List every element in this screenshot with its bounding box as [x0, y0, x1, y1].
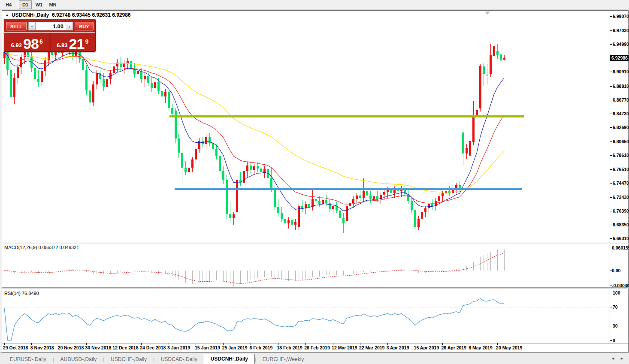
candle [137, 71, 139, 74]
price-tick-label: 6.90910 [613, 69, 629, 74]
timeframe-button-d1[interactable]: D1 [19, 0, 32, 9]
candle [462, 132, 464, 153]
candle [356, 196, 358, 199]
candle [116, 63, 118, 66]
volume-increase-icon[interactable]: ▲ [66, 22, 73, 30]
candle [414, 210, 416, 227]
candle [308, 204, 310, 207]
date-tick-label: 18 Feb 2019 [277, 345, 302, 350]
sell-button[interactable]: SELL [6, 22, 27, 30]
tab-scroll-right-icon[interactable]: ► [620, 356, 624, 361]
buy-button[interactable]: BUY [75, 22, 94, 30]
tab-scroll-left-icon[interactable]: ◄ [611, 356, 615, 361]
candle [188, 168, 190, 171]
tab-eurusd-daily[interactable]: EURUSD-,Daily [3, 355, 53, 364]
date-tick-label: 28 Feb 2019 [304, 345, 330, 350]
candle [318, 201, 321, 204]
candle [82, 59, 84, 70]
candle [294, 222, 296, 225]
candle [85, 70, 88, 90]
chart-canvas[interactable]: 6.990706.970306.949906.909106.888106.867… [0, 0, 629, 364]
candle [490, 55, 492, 74]
buy-price-display[interactable]: 6.93 21 9 [50, 33, 96, 52]
timeframe-toolbar: H4 D1 W1 MN [0, 0, 629, 10]
candle [363, 191, 365, 198]
date-tick-label: 15 Apr 2019 [414, 345, 439, 350]
collapse-panel-icon[interactable]: ▲ [5, 13, 9, 17]
price-tick-label: 6.88810 [613, 84, 629, 89]
candle [442, 193, 444, 196]
candle [359, 196, 361, 198]
rsi-indicator-label: RSI(14) 76.8490 [4, 291, 39, 296]
macd-name: MACD(12,26,9) [4, 245, 37, 250]
tab-usdcad-daily[interactable]: USDCAD-,Daily [154, 355, 204, 364]
current-price-badge-label: 6.92986 [611, 55, 628, 60]
buy-price-main: 21 [69, 37, 85, 50]
tab-audusd-daily[interactable]: AUDUSD-,Daily [54, 355, 103, 364]
candle [191, 159, 194, 168]
candle [144, 76, 146, 80]
candle [284, 219, 286, 223]
current-price-badge: 6.92986 [610, 55, 629, 61]
tab-eurchf-weekly[interactable]: EURCHF-,Weekly [256, 355, 310, 364]
candle [13, 78, 15, 97]
ohlc-close: 6.92986 [112, 12, 130, 18]
candle [366, 191, 368, 196]
candle [164, 92, 166, 96]
rsi-tick-label: 70 [613, 304, 618, 310]
date-tick-label: 24 Dec 2018 [140, 345, 166, 350]
date-tick-label: 8 May 2019 [469, 345, 493, 350]
candle [281, 213, 283, 219]
candle [219, 156, 221, 171]
candle [154, 82, 156, 88]
candle [151, 83, 153, 88]
rsi-value: 76.8490 [22, 291, 39, 296]
candle [222, 171, 224, 180]
toolbar-separator [17, 2, 17, 8]
price-tick-label: 6.94990 [613, 42, 629, 47]
buy-price-prefix: 6.93 [57, 41, 67, 50]
candle [459, 185, 461, 188]
ohlc-low: 6.92631 [92, 12, 110, 18]
candle [257, 166, 259, 168]
candle [181, 153, 183, 168]
timeframe-button-mn[interactable]: MN [46, 0, 59, 9]
candle [171, 108, 173, 114]
chart-window-frame [2, 11, 629, 352]
candle [469, 141, 471, 155]
candle [424, 208, 426, 212]
tab-usdchf-daily[interactable]: USDCHF-,Daily [104, 355, 153, 364]
rsi-tick-label: 30 [613, 323, 618, 328]
candle [325, 200, 327, 203]
candle [376, 196, 378, 199]
date-tick-label: 12 Mar 2019 [332, 345, 357, 350]
tab-usdcnh-daily[interactable]: USDCNH-,Daily [204, 354, 255, 364]
candle [34, 68, 36, 79]
date-tick-label: 12 Dec 2018 [112, 345, 138, 350]
candle [332, 206, 334, 209]
volume-decrease-icon[interactable]: ▼ [28, 22, 36, 30]
candle [496, 51, 499, 55]
candle [438, 196, 440, 201]
price-tick-label: 6.84730 [613, 111, 629, 116]
timeframe-button-w1[interactable]: W1 [33, 0, 45, 9]
candle [236, 180, 238, 213]
macd-main-value: 0.055372 [38, 245, 58, 250]
candle [250, 165, 252, 169]
buy-price-pip: 9 [85, 39, 88, 45]
candle [96, 73, 98, 84]
macd-signal-value: 0.046321 [59, 245, 79, 250]
date-tick-label: 6 Feb 2019 [250, 345, 273, 350]
candle [417, 219, 420, 227]
date-tick-label: 20 Nov 2018 [58, 345, 84, 350]
macd-tick-label: 0.00 [612, 268, 621, 273]
candle [103, 79, 105, 87]
timeframe-button-h4[interactable]: H4 [2, 0, 15, 9]
candle [322, 200, 324, 204]
volume-input[interactable]: 1.00 [36, 22, 66, 30]
trade-controls-row: SELL ▼ 1.00 ▲ BUY [4, 19, 95, 33]
sell-price-main: 98 [23, 37, 39, 50]
date-tick-label: 22 Mar 2019 [359, 345, 385, 350]
sell-price-display[interactable]: 6.92 98 6 [4, 33, 50, 52]
candle [352, 199, 354, 203]
